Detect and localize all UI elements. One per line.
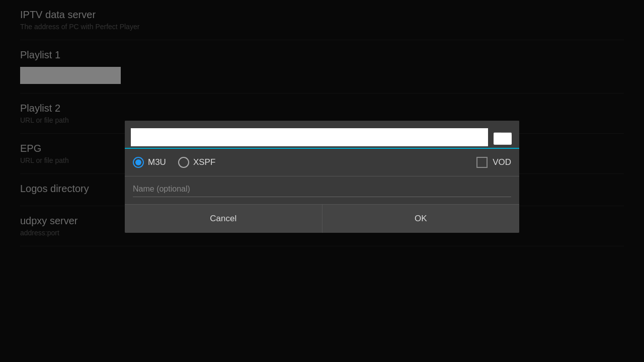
vod-checkbox[interactable] <box>476 157 488 168</box>
radio-m3u[interactable]: M3U <box>133 157 166 168</box>
playlist-dialog: M3U XSPF VOD Cancel OK <box>125 121 519 233</box>
cancel-button[interactable]: Cancel <box>125 205 323 233</box>
radio-xspf[interactable]: XSPF <box>178 157 215 168</box>
vod-label: VOD <box>493 157 511 167</box>
dialog-url-input[interactable] <box>131 128 488 146</box>
dialog-format-row: M3U XSPF VOD <box>125 149 519 176</box>
ok-button[interactable]: OK <box>323 205 520 233</box>
svg-rect-2 <box>494 135 512 145</box>
folder-button[interactable] <box>492 127 513 148</box>
radio-m3u-label: M3U <box>148 157 166 167</box>
radio-xspf-label: XSPF <box>193 157 215 167</box>
format-radio-group: M3U XSPF <box>133 157 476 168</box>
folder-icon <box>494 130 512 145</box>
dialog-buttons: Cancel OK <box>125 204 519 233</box>
vod-group[interactable]: VOD <box>476 157 511 168</box>
radio-xspf-circle <box>178 157 189 168</box>
dialog-name-row <box>125 176 519 204</box>
radio-m3u-circle <box>133 157 144 168</box>
name-input[interactable] <box>133 182 511 197</box>
dialog-url-row <box>125 121 519 149</box>
